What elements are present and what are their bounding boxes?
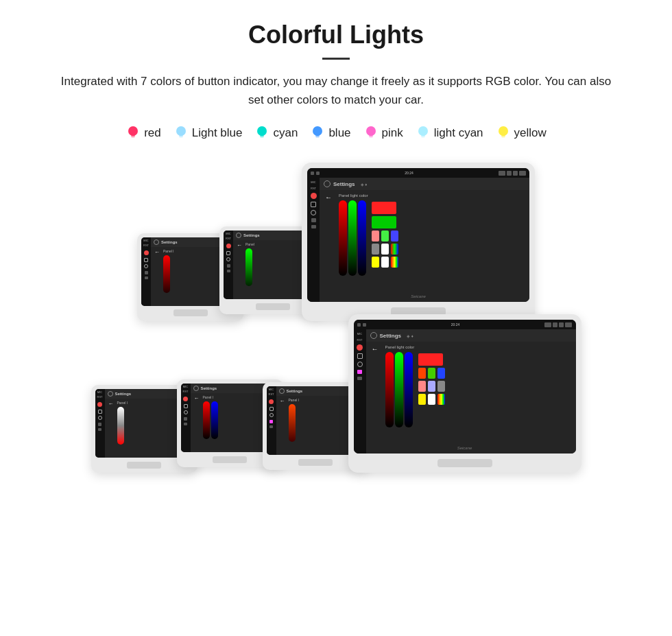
color-item-lightcyan: light cyan	[416, 124, 483, 142]
svg-rect-19	[501, 135, 505, 137]
color-label-red: red	[144, 126, 161, 140]
svg-rect-17	[421, 137, 424, 138]
color-item-yellow: yellow	[496, 124, 547, 142]
svg-rect-16	[421, 135, 425, 137]
device-bot-large: 20:24 MIC RST	[348, 314, 581, 473]
color-label-cyan: cyan	[273, 126, 298, 140]
svg-point-0	[128, 126, 138, 136]
color-label-pink: pink	[382, 126, 403, 140]
color-item-lightblue: Light blue	[173, 124, 243, 142]
device-top-large: 20:24 MIC RST	[302, 163, 535, 321]
color-label-yellow: yellow	[514, 126, 547, 140]
svg-rect-1	[131, 135, 135, 137]
color-item-red: red	[125, 124, 161, 142]
svg-rect-11	[316, 137, 320, 138]
title-divider	[322, 58, 350, 60]
svg-rect-10	[315, 135, 320, 137]
svg-point-12	[366, 126, 376, 136]
bulb-icon-pink	[363, 124, 379, 142]
color-item-blue: blue	[310, 124, 350, 142]
color-item-cyan: cyan	[254, 124, 298, 142]
color-list: red Light blue cyan	[27, 124, 645, 142]
bulb-icon-lightcyan	[416, 124, 431, 142]
color-label-lightcyan: light cyan	[434, 126, 483, 140]
color-label-blue: blue	[328, 126, 350, 140]
bulb-icon-cyan	[254, 124, 269, 142]
devices-section: MIC RST Setting	[27, 163, 645, 473]
svg-rect-2	[132, 137, 135, 138]
svg-rect-13	[369, 135, 373, 137]
bulb-icon-yellow	[496, 124, 511, 142]
svg-point-6	[257, 126, 267, 136]
svg-rect-14	[369, 137, 372, 138]
svg-point-15	[418, 126, 428, 136]
svg-rect-5	[179, 137, 182, 138]
svg-rect-4	[179, 135, 183, 137]
bulb-icon-red	[125, 124, 141, 142]
color-label-lightblue: Light blue	[192, 126, 243, 140]
bulb-icon-lightblue	[173, 124, 189, 142]
svg-point-18	[499, 126, 508, 136]
svg-rect-8	[261, 137, 264, 138]
page-title: Colorful Lights	[27, 21, 645, 49]
svg-rect-7	[260, 135, 264, 137]
description-text: Integrated with 7 colors of button indic…	[55, 72, 617, 109]
color-item-pink: pink	[363, 124, 403, 142]
svg-rect-20	[501, 137, 505, 138]
svg-point-9	[313, 126, 322, 136]
svg-point-3	[176, 126, 186, 136]
bulb-icon-blue	[310, 124, 325, 142]
